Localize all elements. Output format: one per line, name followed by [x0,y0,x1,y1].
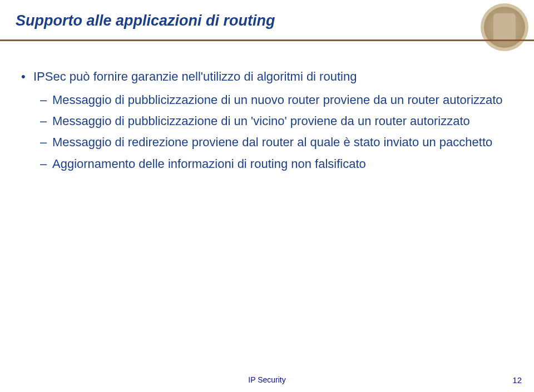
list-item: Messaggio di redirezione proviene dal ro… [33,134,518,151]
slide: Supporto alle applicazioni di routing IP… [0,0,534,392]
bullet-text: Messaggio di pubblicizzazione di un 'vic… [52,114,470,128]
list-item: Messaggio di pubblicizzazione di un 'vic… [33,113,518,130]
list-item: IPSec può fornire garanzie nell'utilizzo… [19,68,518,172]
bullet-text: Messaggio di pubblicizzazione di un nuov… [52,93,503,107]
list-item: Messaggio di pubblicizzazione di un nuov… [33,92,518,108]
bullet-list-level1: IPSec può fornire garanzie nell'utilizzo… [19,68,518,172]
bullet-text: IPSec può fornire garanzie nell'utilizzo… [33,70,357,83]
slide-title: Supporto alle applicazioni di routing [16,12,518,29]
divider-wrap [16,39,518,43]
seal-figure [493,13,516,41]
bullet-text: Aggiornamento delle informazioni di rout… [52,157,366,171]
list-item: Aggiornamento delle informazioni di rout… [33,156,518,172]
bullet-text: Messaggio di redirezione proviene dal ro… [52,135,492,149]
footer-text: IP Security [0,375,534,384]
content-area: IPSec può fornire garanzie nell'utilizzo… [16,68,518,172]
university-seal-logo [481,3,528,51]
title-divider [0,39,534,41]
page-number: 12 [512,375,522,385]
bullet-list-level2: Messaggio di pubblicizzazione di un nuov… [33,92,518,172]
